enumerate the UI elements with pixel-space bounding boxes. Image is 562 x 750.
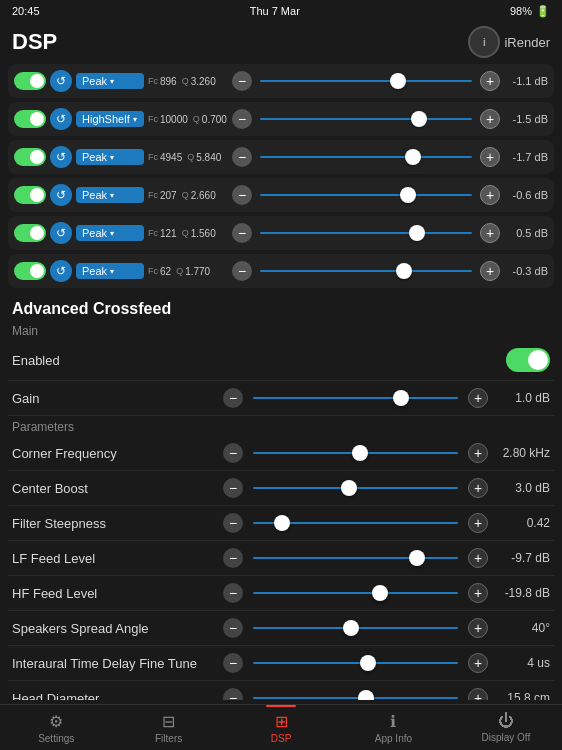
filter-minus-4[interactable]: −: [232, 223, 252, 243]
param-minus-2[interactable]: −: [223, 513, 243, 533]
param-row-0: Corner Frequency − + 2.80 kHz: [8, 436, 554, 471]
filter-params-0: Fc 896 Q 3.260: [148, 76, 228, 87]
filter-row-2: ↺ Peak ▾ Fc 4945 Q 5.840 − + -1.7 dB: [8, 140, 554, 174]
filter-plus-3[interactable]: +: [480, 185, 500, 205]
filter-minus-3[interactable]: −: [232, 185, 252, 205]
header: DSP i iRender: [0, 22, 562, 64]
param-slider-2[interactable]: [253, 513, 458, 533]
tab-appinfo-label: App Info: [375, 733, 412, 744]
filter-type-2[interactable]: Peak ▾: [76, 149, 144, 165]
filter-minus-0[interactable]: −: [232, 71, 252, 91]
filter-toggle-5[interactable]: [14, 262, 46, 280]
filter-rows: ↺ Peak ▾ Fc 896 Q 3.260 − + -1.1 dB ↺ Hi…: [8, 64, 554, 288]
tab-dsp[interactable]: ⊞ DSP: [225, 705, 337, 750]
displayoff-icon: ⏻: [498, 712, 514, 730]
filter-slider-2[interactable]: [260, 147, 472, 167]
filter-toggle-1[interactable]: [14, 110, 46, 128]
filter-slider-1[interactable]: [260, 109, 472, 129]
filter-toggle-2[interactable]: [14, 148, 46, 166]
filter-toggle-3[interactable]: [14, 186, 46, 204]
filter-type-label-0: Peak: [82, 75, 107, 87]
filter-row-4: ↺ Peak ▾ Fc 121 Q 1.560 − + 0.5 dB: [8, 216, 554, 250]
param-plus-6[interactable]: +: [468, 653, 488, 673]
param-label-2: Filter Steepness: [12, 516, 217, 531]
tab-filters[interactable]: ⊟ Filters: [112, 705, 224, 750]
filter-params-5: Fc 62 Q 1.770: [148, 266, 228, 277]
filter-minus-5[interactable]: −: [232, 261, 252, 281]
param-plus-7[interactable]: +: [468, 688, 488, 700]
param-slider-6[interactable]: [253, 653, 458, 673]
param-plus-0[interactable]: +: [468, 443, 488, 463]
param-minus-3[interactable]: −: [223, 548, 243, 568]
tab-appinfo[interactable]: ℹ App Info: [337, 705, 449, 750]
filter-row-5: ↺ Peak ▾ Fc 62 Q 1.770 − + -0.3 dB: [8, 254, 554, 288]
param-minus-5[interactable]: −: [223, 618, 243, 638]
param-minus-4[interactable]: −: [223, 583, 243, 603]
enabled-row: Enabled: [8, 340, 554, 381]
param-slider-1[interactable]: [253, 478, 458, 498]
filter-value-0: -1.1 dB: [504, 75, 548, 87]
filter-refresh-5[interactable]: ↺: [50, 260, 72, 282]
filter-toggle-0[interactable]: [14, 72, 46, 90]
param-plus-1[interactable]: +: [468, 478, 488, 498]
tab-settings[interactable]: ⚙ Settings: [0, 705, 112, 750]
filter-slider-3[interactable]: [260, 185, 472, 205]
filter-row-0: ↺ Peak ▾ Fc 896 Q 3.260 − + -1.1 dB: [8, 64, 554, 98]
param-label-0: Corner Frequency: [12, 446, 217, 461]
filter-slider-0[interactable]: [260, 71, 472, 91]
logo-icon: i: [468, 26, 500, 58]
filter-refresh-0[interactable]: ↺: [50, 70, 72, 92]
enabled-label: Enabled: [12, 353, 506, 368]
param-minus-6[interactable]: −: [223, 653, 243, 673]
param-value-3: -9.7 dB: [494, 551, 550, 565]
param-minus-7[interactable]: −: [223, 688, 243, 700]
filter-plus-1[interactable]: +: [480, 109, 500, 129]
filter-type-5[interactable]: Peak ▾: [76, 263, 144, 279]
param-plus-5[interactable]: +: [468, 618, 488, 638]
param-slider-0[interactable]: [253, 443, 458, 463]
enabled-toggle[interactable]: [506, 348, 550, 372]
param-plus-4[interactable]: +: [468, 583, 488, 603]
filter-type-1[interactable]: HighShelf ▾: [76, 111, 144, 127]
param-plus-3[interactable]: +: [468, 548, 488, 568]
gain-slider[interactable]: [253, 388, 458, 408]
filter-refresh-1[interactable]: ↺: [50, 108, 72, 130]
filter-row-1: ↺ HighShelf ▾ Fc 10000 Q 0.700 − + -1.5 …: [8, 102, 554, 136]
filter-plus-0[interactable]: +: [480, 71, 500, 91]
param-plus-2[interactable]: +: [468, 513, 488, 533]
filter-value-2: -1.7 dB: [504, 151, 548, 163]
param-minus-1[interactable]: −: [223, 478, 243, 498]
tab-settings-label: Settings: [38, 733, 74, 744]
filter-slider-4[interactable]: [260, 223, 472, 243]
filter-plus-2[interactable]: +: [480, 147, 500, 167]
filter-refresh-2[interactable]: ↺: [50, 146, 72, 168]
status-date: Thu 7 Mar: [250, 5, 300, 17]
filter-toggle-4[interactable]: [14, 224, 46, 242]
gain-plus[interactable]: +: [468, 388, 488, 408]
param-row-5: Speakers Spread Angle − + 40°: [8, 611, 554, 646]
param-minus-0[interactable]: −: [223, 443, 243, 463]
filter-slider-5[interactable]: [260, 261, 472, 281]
filter-chevron-0: ▾: [110, 77, 114, 86]
filter-chevron-1: ▾: [133, 115, 137, 124]
param-slider-7[interactable]: [253, 688, 458, 700]
filter-minus-2[interactable]: −: [232, 147, 252, 167]
battery-icon: 🔋: [536, 5, 550, 18]
filter-plus-4[interactable]: +: [480, 223, 500, 243]
gain-minus[interactable]: −: [223, 388, 243, 408]
filter-refresh-3[interactable]: ↺: [50, 184, 72, 206]
param-slider-3[interactable]: [253, 548, 458, 568]
param-row-4: HF Feed Level − + -19.8 dB: [8, 576, 554, 611]
filter-minus-1[interactable]: −: [232, 109, 252, 129]
param-slider-4[interactable]: [253, 583, 458, 603]
filter-type-4[interactable]: Peak ▾: [76, 225, 144, 241]
param-slider-5[interactable]: [253, 618, 458, 638]
filter-refresh-4[interactable]: ↺: [50, 222, 72, 244]
tab-displayoff[interactable]: ⏻ Display Off: [450, 705, 562, 750]
filter-type-3[interactable]: Peak ▾: [76, 187, 144, 203]
param-row-7: Head Diameter − + 15.8 cm: [8, 681, 554, 700]
tab-filters-label: Filters: [155, 733, 182, 744]
param-row-3: LF Feed Level − + -9.7 dB: [8, 541, 554, 576]
filter-plus-5[interactable]: +: [480, 261, 500, 281]
filter-type-0[interactable]: Peak ▾: [76, 73, 144, 89]
